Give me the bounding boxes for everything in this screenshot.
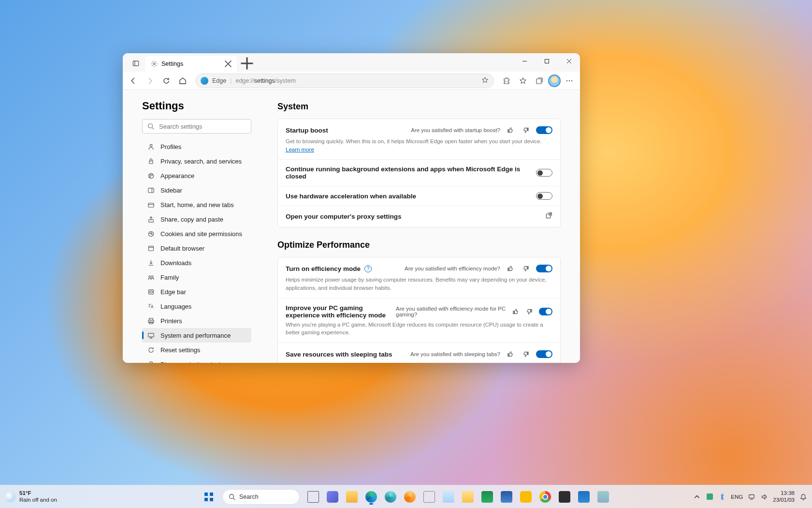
weather-icon: [5, 492, 15, 502]
taskbar-app-terminal[interactable]: [556, 488, 573, 506]
sleeping-toggle[interactable]: [536, 350, 552, 358]
nav-item-lock[interactable]: Privacy, search, and services: [142, 154, 251, 168]
thumbs-down-icon[interactable]: [525, 306, 534, 317]
tray-language[interactable]: ENG: [731, 494, 743, 500]
taskbar-app-edge-beta[interactable]: [382, 488, 399, 506]
thumbs-down-icon[interactable]: [521, 125, 531, 135]
taskbar-app-chat[interactable]: [324, 488, 341, 506]
thumbs-up-icon[interactable]: [505, 263, 516, 274]
favorite-star-button[interactable]: [481, 76, 489, 85]
taskbar-app-stickynotes[interactable]: [459, 488, 477, 506]
collections-button[interactable]: [532, 73, 547, 89]
taskbar-app-immersive[interactable]: [594, 488, 612, 506]
tray-volume-icon[interactable]: [760, 493, 768, 501]
taskbar-app-snip[interactable]: [420, 488, 438, 506]
tray-network-icon[interactable]: [748, 493, 755, 501]
taskbar-app-notepad[interactable]: [440, 488, 457, 506]
bgext-toggle[interactable]: [536, 169, 552, 177]
tray-security-icon[interactable]: [706, 493, 713, 501]
taskbar-app-explorer[interactable]: [343, 488, 361, 506]
default-icon: [147, 244, 155, 252]
taskbar-app-edge-canary[interactable]: [401, 488, 419, 506]
back-button[interactable]: [126, 73, 141, 89]
tray-notifications-icon[interactable]: [799, 493, 807, 501]
nav-item-user[interactable]: Profiles: [142, 139, 251, 154]
gaming-toggle[interactable]: [539, 308, 552, 315]
gaming-feedback-q: Are you satisfied with efficiency mode f…: [396, 306, 507, 317]
taskbar-app-excel[interactable]: [478, 488, 496, 506]
thumbs-up-icon[interactable]: [511, 306, 520, 317]
nav-item-paint[interactable]: Appearance: [142, 168, 251, 183]
nav-item-family[interactable]: Family: [142, 270, 251, 284]
reset-icon: [147, 346, 155, 354]
nav-item-cookie[interactable]: Cookies and site permissions: [142, 226, 251, 241]
settings-search[interactable]: [142, 119, 251, 134]
favorites-button[interactable]: [515, 73, 531, 89]
nav-item-sidebar[interactable]: Sidebar: [142, 183, 251, 197]
nav-item-lang[interactable]: Languages: [142, 299, 251, 314]
taskbwithdrawar-app-outlook[interactable]: [575, 488, 593, 506]
startup-learn-more-link[interactable]: Learn more: [286, 147, 314, 152]
family-icon: [147, 273, 155, 281]
taskbar-search[interactable]: Search: [222, 489, 300, 505]
new-tab-button[interactable]: [240, 56, 254, 71]
printer-icon: [147, 317, 155, 325]
nav-item-label: Start, home, and new tabs: [160, 201, 234, 209]
nav-item-label: System and performance: [160, 332, 231, 339]
more-button[interactable]: [562, 73, 577, 89]
nav-item-system[interactable]: System and performance: [142, 328, 251, 343]
nav-item-default[interactable]: Default browser: [142, 241, 251, 255]
address-bar[interactable]: Edge | edge://settings/system: [195, 74, 494, 88]
profile-avatar[interactable]: [548, 75, 561, 87]
sleeping-learn-more-link[interactable]: Learn more: [516, 362, 545, 363]
close-tab-button[interactable]: [224, 60, 232, 68]
close-window-button[interactable]: [558, 53, 580, 69]
forward-button[interactable]: [142, 73, 158, 89]
taskbar-app-word[interactable]: [498, 488, 515, 506]
taskbar-app-edge[interactable]: [362, 488, 380, 506]
taskbar-app-chrome[interactable]: [536, 488, 554, 506]
startup-title: Startup boost: [286, 127, 328, 134]
refresh-button[interactable]: [159, 73, 174, 89]
settings-search-input[interactable]: [159, 123, 246, 130]
tab-actions-button[interactable]: [129, 56, 143, 71]
nav-item-edgebar[interactable]: Edge bar: [142, 284, 251, 299]
tab-settings[interactable]: Settings: [145, 56, 237, 72]
start-button[interactable]: [200, 488, 218, 506]
hw-title: Use hardware acceleration when available: [286, 193, 416, 200]
nav-item-tab[interactable]: Start, home, and new tabs: [142, 197, 251, 212]
nav-item-share[interactable]: Share, copy and paste: [142, 212, 251, 226]
nav-item-printer[interactable]: Printers: [142, 314, 251, 328]
thumbs-down-icon[interactable]: [521, 263, 531, 274]
row-hwaccel: Use hardware acceleration when available: [278, 186, 560, 206]
nav-item-reset[interactable]: Reset settings: [142, 343, 251, 357]
startup-toggle[interactable]: [536, 126, 552, 134]
window-controls: [513, 53, 580, 69]
nav-item-download[interactable]: Downloads: [142, 255, 251, 270]
download-icon: [147, 259, 155, 267]
svg-point-21: [151, 174, 152, 175]
task-view-button[interactable]: [304, 488, 322, 506]
extensions-button[interactable]: [499, 73, 514, 89]
thumbs-down-icon[interactable]: [521, 349, 531, 359]
efficiency-toggle[interactable]: [536, 265, 552, 272]
svg-point-19: [148, 173, 153, 178]
minimize-button[interactable]: [513, 53, 536, 69]
taskbar-clock[interactable]: 13:38 23/01/03: [773, 490, 795, 504]
taskbar-weather[interactable]: 51°F Rain off and on: [5, 490, 57, 503]
hw-toggle[interactable]: [536, 192, 552, 200]
tray-overflow-button[interactable]: [693, 493, 701, 501]
home-button[interactable]: [175, 73, 190, 89]
settings-title: Settings: [142, 100, 251, 112]
info-icon[interactable]: ?: [364, 265, 372, 272]
taskbar-app-keep[interactable]: [517, 488, 535, 506]
row-proxy[interactable]: Open your computer's proxy settings: [278, 206, 560, 227]
maximize-button[interactable]: [536, 53, 558, 69]
svg-rect-23: [148, 188, 153, 192]
thumbs-up-icon[interactable]: [505, 349, 516, 359]
nav-item-phone[interactable]: Phone and other devices: [142, 357, 251, 363]
nav-item-label: Edge bar: [160, 288, 186, 296]
tray-bluetooth-icon[interactable]: [718, 493, 726, 501]
settings-main[interactable]: System Startup boost Are you satisfied w…: [258, 90, 580, 363]
thumbs-up-icon[interactable]: [505, 125, 516, 135]
